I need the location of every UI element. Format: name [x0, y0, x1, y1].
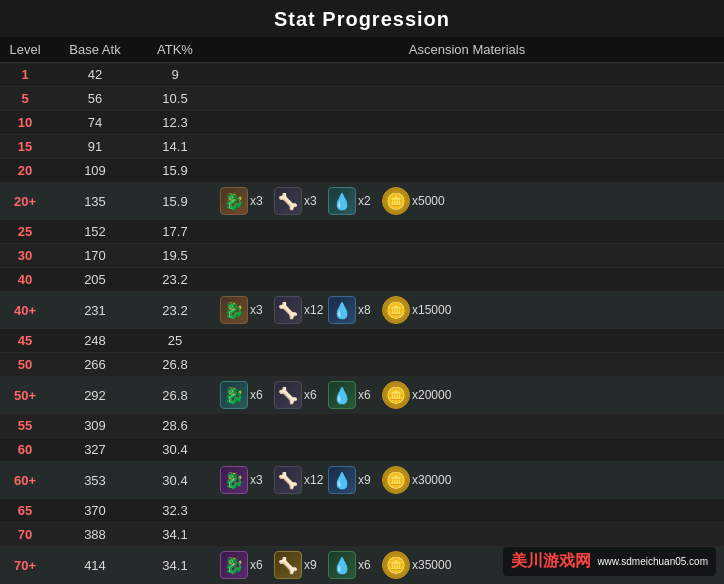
material-icon: 🐉	[220, 296, 248, 324]
table-row: 2010915.9	[0, 159, 724, 183]
material-item: 🦴x9	[274, 551, 324, 579]
table-row: 5026626.8	[0, 353, 724, 377]
cell-materials: 🐉x3🦴x12💧x9🪙x30000	[210, 462, 724, 499]
cell-materials	[210, 329, 724, 353]
material-icon: 🪙	[382, 551, 410, 579]
cell-base-atk: 266	[50, 353, 140, 377]
cell-atk-pct: 26.8	[140, 377, 210, 414]
cell-atk-pct: 23.2	[140, 268, 210, 292]
cell-materials	[210, 63, 724, 87]
material-count: x2	[358, 194, 378, 208]
cell-level: 45	[0, 329, 50, 353]
cell-materials	[210, 220, 724, 244]
col-ascension: Ascension Materials	[210, 37, 724, 63]
cell-level: 30	[0, 244, 50, 268]
cell-atk-pct: 15.9	[140, 183, 210, 220]
material-icon: 🦴	[274, 187, 302, 215]
cell-level: 25	[0, 220, 50, 244]
cell-base-atk: 74	[50, 111, 140, 135]
cell-atk-pct: 9	[140, 63, 210, 87]
table-row: 159114.1	[0, 135, 724, 159]
material-count: x6	[304, 388, 324, 402]
material-count: x9	[304, 558, 324, 572]
cell-base-atk: 327	[50, 438, 140, 462]
cell-level: 1	[0, 63, 50, 87]
material-count: x15000	[412, 303, 451, 317]
table-row: 40+23123.2🐉x3🦴x12💧x8🪙x15000	[0, 292, 724, 329]
cell-level: 50	[0, 353, 50, 377]
material-item: 🪙x5000	[382, 187, 445, 215]
cell-base-atk: 231	[50, 292, 140, 329]
watermark-url: www.sdmeichuan05.com	[597, 556, 708, 567]
material-item: 💧x6	[328, 551, 378, 579]
material-count: x30000	[412, 473, 451, 487]
cell-atk-pct: 34.1	[140, 523, 210, 547]
table-row: 20+13515.9🐉x3🦴x3💧x2🪙x5000	[0, 183, 724, 220]
material-item: 💧x6	[328, 381, 378, 409]
cell-base-atk: 205	[50, 268, 140, 292]
material-icon: 🦴	[274, 296, 302, 324]
material-icon: 💧	[328, 296, 356, 324]
material-icon: 🐉	[220, 551, 248, 579]
material-item: 💧x2	[328, 187, 378, 215]
material-item: 🐉x3	[220, 466, 270, 494]
table-row: 107412.3	[0, 111, 724, 135]
col-atk-pct: ATK%	[140, 37, 210, 63]
material-icon: 💧	[328, 187, 356, 215]
cell-materials	[210, 523, 724, 547]
table-row: 1429	[0, 63, 724, 87]
cell-level: 65	[0, 499, 50, 523]
watermark: 美川游戏网 www.sdmeichuan05.com	[503, 547, 716, 576]
cell-base-atk: 56	[50, 87, 140, 111]
cell-level: 50+	[0, 377, 50, 414]
cell-base-atk: 170	[50, 244, 140, 268]
material-item: 💧x9	[328, 466, 378, 494]
material-item: 🦴x12	[274, 296, 324, 324]
cell-level: 60	[0, 438, 50, 462]
table-row: 60+35330.4🐉x3🦴x12💧x9🪙x30000	[0, 462, 724, 499]
material-item: 🪙x35000	[382, 551, 451, 579]
cell-level: 20	[0, 159, 50, 183]
cell-base-atk: 91	[50, 135, 140, 159]
cell-materials	[210, 159, 724, 183]
cell-level: 70+	[0, 547, 50, 584]
cell-base-atk: 152	[50, 220, 140, 244]
cell-atk-pct: 15.9	[140, 159, 210, 183]
material-icon: 🦴	[274, 466, 302, 494]
material-item: 🦴x12	[274, 466, 324, 494]
cell-atk-pct: 34.1	[140, 547, 210, 584]
table-row: 4524825	[0, 329, 724, 353]
cell-materials: 🐉x6🦴x6💧x6🪙x20000	[210, 377, 724, 414]
col-level: Level	[0, 37, 50, 63]
material-count: x3	[250, 303, 270, 317]
cell-level: 60+	[0, 462, 50, 499]
cell-materials: 🐉x3🦴x3💧x2🪙x5000	[210, 183, 724, 220]
cell-materials	[210, 87, 724, 111]
material-icon: 🐉	[220, 466, 248, 494]
page-title: Stat Progression	[0, 0, 724, 37]
cell-atk-pct: 12.3	[140, 111, 210, 135]
table-row: 2515217.7	[0, 220, 724, 244]
material-count: x12	[304, 473, 324, 487]
col-base-atk: Base Atk	[50, 37, 140, 63]
cell-atk-pct: 30.4	[140, 462, 210, 499]
material-icon: 💧	[328, 551, 356, 579]
material-count: x3	[250, 194, 270, 208]
cell-materials	[210, 135, 724, 159]
table-row: 6537032.3	[0, 499, 724, 523]
cell-level: 5	[0, 87, 50, 111]
cell-atk-pct: 25	[140, 329, 210, 353]
material-icon: 💧	[328, 381, 356, 409]
material-count: x3	[304, 194, 324, 208]
cell-materials	[210, 268, 724, 292]
material-count: x35000	[412, 558, 451, 572]
cell-base-atk: 370	[50, 499, 140, 523]
material-count: x5000	[412, 194, 445, 208]
cell-materials	[210, 244, 724, 268]
watermark-label: 美川游戏网	[511, 551, 591, 572]
material-item: 🪙x15000	[382, 296, 451, 324]
material-icon: 🦴	[274, 381, 302, 409]
table-row: 5530928.6	[0, 414, 724, 438]
cell-base-atk: 353	[50, 462, 140, 499]
table-header: Level Base Atk ATK% Ascension Materials	[0, 37, 724, 63]
